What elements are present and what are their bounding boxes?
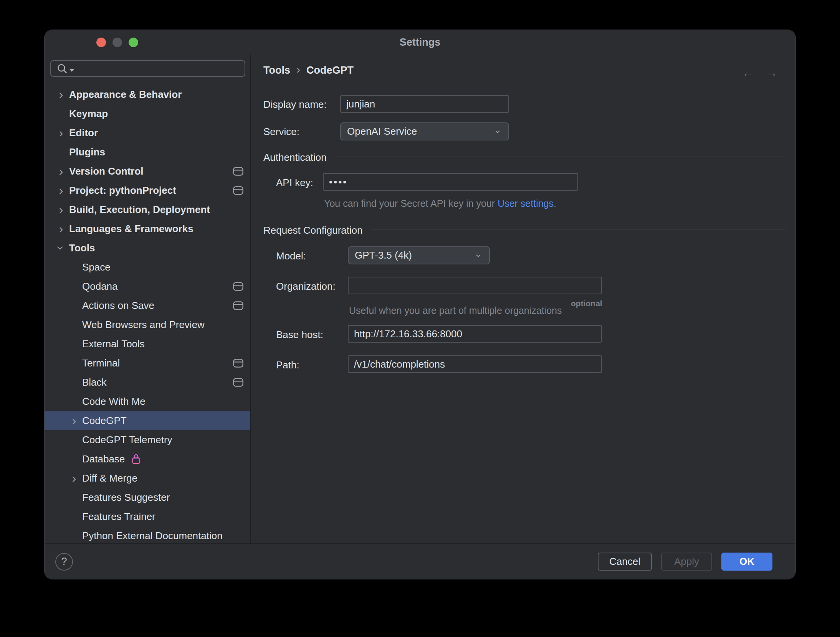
chevron-right-icon: ›: [55, 184, 68, 196]
sidebar-item-space[interactable]: › Space: [45, 257, 250, 277]
sidebar-item-editor[interactable]: › Editor: [45, 123, 250, 142]
sidebar-item-keymap[interactable]: › Keymap: [45, 104, 250, 123]
per-project-setting-icon: [233, 282, 243, 291]
sidebar-item-languages-frameworks[interactable]: › Languages & Frameworks: [45, 219, 250, 238]
display-name-label: Display name:: [263, 99, 327, 111]
sidebar-item-label: Database: [82, 453, 125, 465]
organization-helper: Useful when you are part of multiple org…: [349, 305, 562, 316]
sidebar-item-label: Tools: [69, 242, 95, 254]
dialog-footer: ? Cancel Apply OK: [45, 543, 795, 579]
sidebar-item-qodana[interactable]: › Qodana: [45, 277, 250, 296]
model-select[interactable]: GPT-3.5 (4k): [348, 246, 490, 264]
sidebar-item-label: Python External Documentation: [82, 530, 223, 542]
breadcrumb: Tools › CodeGPT: [263, 64, 354, 77]
per-project-setting-icon: [233, 167, 243, 176]
chevron-right-icon: ›: [55, 127, 68, 139]
sidebar-item-black[interactable]: › Black: [45, 373, 250, 392]
request-configuration-section-title: Request Configuration: [263, 224, 363, 236]
sidebar-item-version-control[interactable]: › Version Control: [45, 162, 250, 181]
sidebar-item-python-external-documentation[interactable]: › Python External Documentation: [45, 526, 250, 543]
sidebar-item-label: Web Browsers and Preview: [82, 319, 205, 331]
sidebar-item-web-browsers-and-preview[interactable]: › Web Browsers and Preview: [45, 315, 250, 334]
sidebar-item-features-trainer[interactable]: › Features Trainer: [45, 507, 250, 526]
sidebar-item-codegpt-telemetry[interactable]: › CodeGPT Telemetry: [45, 430, 250, 449]
sidebar-item-plugins[interactable]: › Plugins: [45, 142, 250, 162]
breadcrumb-tools[interactable]: Tools: [263, 64, 290, 76]
sidebar-item-label: External Tools: [82, 338, 145, 350]
chevron-right-icon: ›: [68, 472, 81, 484]
user-settings-link[interactable]: User settings: [498, 198, 554, 209]
api-key-helper: You can find your Secret API key in your…: [324, 198, 556, 209]
base-host-input[interactable]: [348, 325, 602, 343]
chevron-down-icon: ›: [55, 241, 67, 254]
sidebar-item-terminal[interactable]: › Terminal: [45, 353, 250, 373]
organization-input[interactable]: [348, 277, 602, 294]
service-select[interactable]: OpenAI Service: [340, 122, 509, 140]
chevron-down-icon: [474, 251, 483, 260]
model-label: Model:: [276, 250, 306, 262]
sidebar-item-label: Appearance & Behavior: [69, 89, 182, 101]
sidebar-item-diff-merge[interactable]: › Diff & Merge: [45, 469, 250, 488]
sidebar-item-appearance-behavior[interactable]: › Appearance & Behavior: [45, 85, 250, 104]
sidebar-item-codegpt[interactable]: › CodeGPT: [45, 411, 250, 430]
sidebar-item-build-execution-deployment[interactable]: › Build, Execution, Deployment: [45, 200, 250, 219]
authentication-section-rule: [335, 157, 785, 157]
breadcrumb-separator-icon: ›: [296, 64, 300, 77]
chevron-right-icon: ›: [68, 414, 81, 427]
sidebar-item-tools[interactable]: › Tools: [45, 238, 250, 257]
chevron-right-icon: ›: [55, 165, 68, 177]
settings-content: Tools › CodeGPT ← → Display name: Servic…: [251, 54, 795, 543]
api-key-label: API key:: [276, 177, 313, 189]
api-key-helper-text: You can find your Secret API key in your: [324, 198, 498, 209]
service-label: Service:: [263, 126, 299, 138]
cancel-button[interactable]: Cancel: [598, 553, 652, 571]
titlebar[interactable]: Settings: [45, 30, 795, 54]
sidebar-item-label: CodeGPT Telemetry: [82, 434, 172, 446]
sidebar-item-label: Code With Me: [82, 396, 146, 408]
sidebar-item-project-pythonproject[interactable]: › Project: pythonProject: [45, 181, 250, 200]
path-label: Path:: [276, 359, 299, 371]
chevron-right-icon: ›: [55, 203, 68, 216]
window-title: Settings: [45, 30, 795, 54]
sidebar-item-external-tools[interactable]: › External Tools: [45, 334, 250, 353]
sidebar-item-label: Keymap: [69, 108, 108, 120]
per-project-setting-icon: [233, 378, 243, 387]
sidebar-item-label: Features Trainer: [82, 511, 155, 523]
optional-tag: optional: [571, 299, 602, 308]
per-project-setting-icon: [233, 301, 243, 310]
sidebar-item-label: Build, Execution, Deployment: [69, 204, 210, 216]
display-name-input[interactable]: [340, 95, 509, 113]
sidebar-item-label: Actions on Save: [82, 300, 154, 312]
chevron-right-icon: ›: [55, 223, 68, 235]
sidebar-item-database[interactable]: › Database: [45, 449, 250, 469]
apply-button[interactable]: Apply: [661, 553, 712, 571]
sidebar-item-code-with-me[interactable]: › Code With Me: [45, 392, 250, 411]
chevron-down-icon: [493, 127, 502, 136]
settings-sidebar: › Appearance & Behavior › Keymap › Edito…: [45, 54, 251, 543]
breadcrumb-codegpt: CodeGPT: [306, 64, 354, 76]
sidebar-item-features-suggester[interactable]: › Features Suggester: [45, 488, 250, 507]
request-configuration-section-rule: [371, 229, 785, 230]
sidebar-item-label: Black: [82, 376, 107, 388]
per-project-setting-icon: [233, 186, 243, 195]
path-input[interactable]: [348, 355, 602, 373]
authentication-section-title: Authentication: [263, 152, 327, 163]
sidebar-item-label: Editor: [69, 127, 98, 139]
sidebar-item-label: Languages & Frameworks: [69, 223, 193, 235]
settings-window: Settings › Appearance & Behavior › Keyma…: [44, 30, 796, 579]
sidebar-item-actions-on-save[interactable]: › Actions on Save: [45, 296, 250, 315]
service-select-value: OpenAI Service: [347, 125, 417, 137]
sidebar-item-label: CodeGPT: [82, 415, 127, 427]
settings-search-input[interactable]: [50, 60, 245, 77]
sidebar-item-label: Diff & Merge: [82, 472, 137, 484]
settings-tree: › Appearance & Behavior › Keymap › Edito…: [45, 85, 250, 543]
help-button[interactable]: ?: [55, 553, 73, 571]
api-key-input[interactable]: [323, 173, 578, 191]
ok-button[interactable]: OK: [721, 553, 772, 571]
sidebar-item-label: Terminal: [82, 357, 120, 369]
back-arrow-icon[interactable]: ←: [742, 65, 755, 80]
sidebar-item-label: Plugins: [69, 146, 105, 158]
per-project-setting-icon: [233, 359, 243, 368]
organization-label: Organization:: [276, 281, 336, 292]
forward-arrow-icon[interactable]: →: [765, 65, 778, 80]
